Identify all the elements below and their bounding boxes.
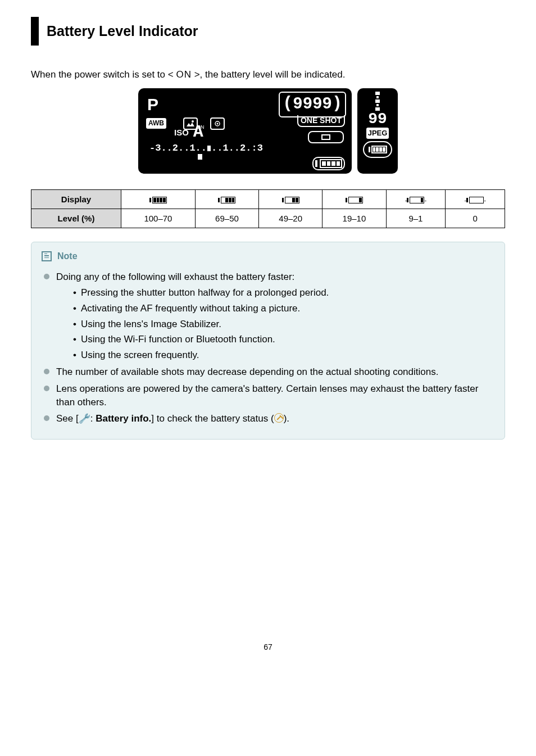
- exp-zero-icon: [207, 146, 211, 151]
- list-item: Activating the AF frequently without tak…: [73, 302, 494, 315]
- note-list: Doing any of the following will exhaust …: [42, 270, 494, 425]
- display-cell-3: [322, 189, 386, 209]
- paren-open: (: [283, 92, 293, 115]
- sub-list: Pressing the shutter button halfway for …: [56, 286, 494, 362]
- page-title: Battery Level Indicator: [47, 21, 505, 41]
- intro-after: >, the battery level will be indicated.: [192, 69, 346, 80]
- single-shot-icon: [321, 134, 330, 140]
- b4a: See [: [56, 413, 79, 424]
- display-cell-5: --: [446, 189, 505, 209]
- list-item: Pressing the shutter button halfway for …: [73, 286, 494, 300]
- shots-remaining: (9999): [279, 92, 346, 117]
- battery-info-label: Battery info.: [96, 413, 151, 424]
- level-cell-3: 19–10: [322, 209, 386, 228]
- power-on-glyph: ON: [176, 69, 192, 80]
- page-number: 67: [31, 642, 505, 653]
- display-header: Display: [31, 189, 121, 209]
- list-item: Doing any of the following will exhaust …: [44, 270, 494, 362]
- awb-badge: AWB: [146, 118, 166, 129]
- level-cell-4: 9–1: [386, 209, 446, 228]
- battery-icon: [346, 197, 363, 203]
- paren-close: ): [332, 92, 342, 115]
- jpeg-badge: JPEG: [366, 128, 389, 139]
- battery-icon: [407, 197, 424, 203]
- burst-remaining: 99: [368, 113, 387, 125]
- display-cell-1: [195, 189, 258, 209]
- level-cell-0: 100–70: [121, 209, 196, 228]
- list-item: Using the Wi-Fi function or Bluetooth fu…: [73, 333, 494, 346]
- level-cell-5: 0: [446, 209, 505, 228]
- xref-link[interactable]: [274, 413, 284, 424]
- lcd-diagram: P (9999) AWB ON ONE SHOT: [31, 88, 505, 174]
- table-row: Level (%) 100–70 69–50 49–20 19–10 9–1 0: [31, 209, 505, 228]
- shots-value: 9999: [293, 93, 332, 116]
- list-item: Lens operations are powered by the camer…: [44, 382, 494, 409]
- b4b: ] to check the battery status (: [151, 413, 274, 424]
- display-cell-0: [121, 189, 196, 209]
- battery-icon: [218, 197, 235, 203]
- b4c: ).: [284, 413, 289, 424]
- battery-body: [320, 159, 342, 168]
- list-item: Using the screen frequently.: [73, 348, 494, 362]
- flash-right: -: [424, 197, 426, 203]
- note-box: Note Doing any of the following will exh…: [31, 242, 505, 440]
- af-mode-box: ONE SHOT: [297, 115, 345, 128]
- page-heading-wrap: Battery Level Indicator: [31, 17, 505, 46]
- level-cell-2: 49–20: [259, 209, 322, 228]
- exp-right: ..1..2.:3: [211, 143, 263, 153]
- wrench-icon: 🔧: [78, 413, 91, 425]
- link-icon: [274, 413, 284, 423]
- level-cell-1: 69–50: [195, 209, 258, 228]
- intro-text: When the power switch is set to < ON >, …: [31, 68, 505, 82]
- metering-icon: [210, 117, 225, 130]
- note-heading: Note: [42, 250, 494, 262]
- on-sub: ON: [197, 124, 205, 131]
- note-title: Note: [57, 250, 78, 262]
- iso-label: ISO: [174, 126, 189, 138]
- list-item: See [🔧: Battery info.] to check the batt…: [44, 412, 494, 425]
- lcd-side-panel: 99 JPEG: [357, 88, 398, 174]
- battery-indicator-main: [312, 157, 345, 170]
- exp-left: -3..2..1..: [149, 143, 207, 153]
- exposure-scale: -3..2..1....1..2.:3: [149, 142, 346, 155]
- level-header: Level (%): [31, 209, 121, 228]
- intro-before: When the power switch is set to <: [31, 69, 176, 80]
- battery-nub: [315, 160, 317, 167]
- buffer-bars-icon: [375, 92, 380, 111]
- note-icon: [42, 251, 52, 261]
- display-cell-2: [259, 189, 322, 209]
- svg-point-3: [216, 123, 218, 124]
- battery-icon: [282, 197, 299, 203]
- list-item: Using the lens's Image Stabilizer.: [73, 318, 494, 331]
- battery-level-table: Display -- -- Level (%) 100–70 69–50 49–…: [31, 189, 505, 228]
- list-item: The number of available shots may decrea…: [44, 365, 494, 379]
- battery-icon: [149, 197, 167, 203]
- table-row: Display -- --: [31, 189, 505, 209]
- battery-icon: [466, 197, 484, 203]
- flash-right: -: [484, 197, 486, 203]
- drive-mode-box: [308, 131, 344, 143]
- eval-metering-icon: [213, 120, 222, 128]
- battery-indicator-side: [363, 141, 392, 158]
- b1-text: Doing any of the following will exhaust …: [56, 271, 294, 282]
- lcd-main-panel: P (9999) AWB ON ONE SHOT: [138, 88, 352, 174]
- display-cell-4: --: [386, 189, 446, 209]
